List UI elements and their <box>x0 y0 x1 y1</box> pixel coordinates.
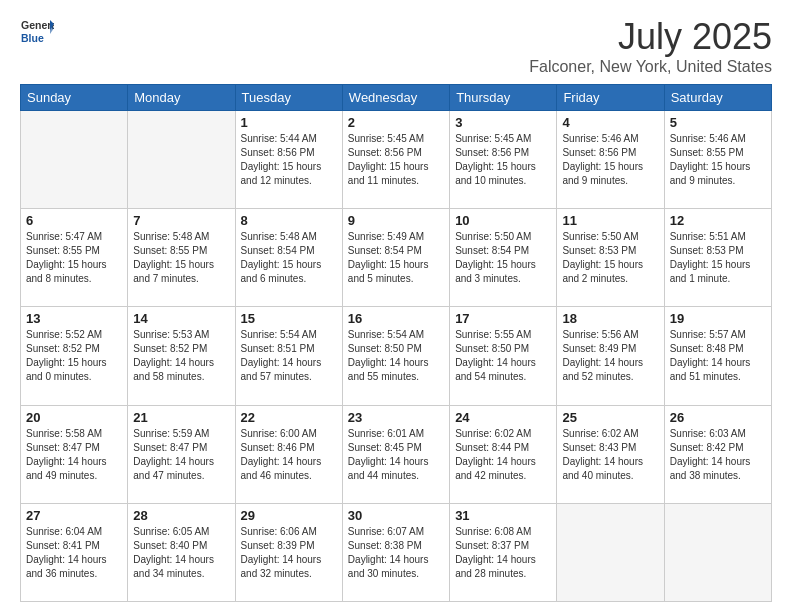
calendar-cell <box>128 111 235 209</box>
day-number: 3 <box>455 115 551 130</box>
day-info: Sunrise: 6:02 AM Sunset: 8:44 PM Dayligh… <box>455 427 551 483</box>
calendar-cell: 20Sunrise: 5:58 AM Sunset: 8:47 PM Dayli… <box>21 405 128 503</box>
calendar-cell: 5Sunrise: 5:46 AM Sunset: 8:55 PM Daylig… <box>664 111 771 209</box>
day-info: Sunrise: 5:45 AM Sunset: 8:56 PM Dayligh… <box>348 132 444 188</box>
day-info: Sunrise: 5:57 AM Sunset: 8:48 PM Dayligh… <box>670 328 766 384</box>
header: General Blue July 2025 Falconer, New Yor… <box>20 16 772 76</box>
calendar-cell <box>21 111 128 209</box>
day-info: Sunrise: 5:55 AM Sunset: 8:50 PM Dayligh… <box>455 328 551 384</box>
svg-text:Blue: Blue <box>21 32 44 44</box>
week-row-2: 6Sunrise: 5:47 AM Sunset: 8:55 PM Daylig… <box>21 209 772 307</box>
calendar-cell: 25Sunrise: 6:02 AM Sunset: 8:43 PM Dayli… <box>557 405 664 503</box>
day-info: Sunrise: 6:05 AM Sunset: 8:40 PM Dayligh… <box>133 525 229 581</box>
day-number: 30 <box>348 508 444 523</box>
day-number: 12 <box>670 213 766 228</box>
calendar-cell: 10Sunrise: 5:50 AM Sunset: 8:54 PM Dayli… <box>450 209 557 307</box>
calendar-cell: 22Sunrise: 6:00 AM Sunset: 8:46 PM Dayli… <box>235 405 342 503</box>
col-tuesday: Tuesday <box>235 85 342 111</box>
calendar-cell: 12Sunrise: 5:51 AM Sunset: 8:53 PM Dayli… <box>664 209 771 307</box>
col-thursday: Thursday <box>450 85 557 111</box>
day-number: 19 <box>670 311 766 326</box>
day-number: 18 <box>562 311 658 326</box>
day-number: 22 <box>241 410 337 425</box>
week-row-1: 1Sunrise: 5:44 AM Sunset: 8:56 PM Daylig… <box>21 111 772 209</box>
day-info: Sunrise: 5:47 AM Sunset: 8:55 PM Dayligh… <box>26 230 122 286</box>
calendar-cell: 1Sunrise: 5:44 AM Sunset: 8:56 PM Daylig… <box>235 111 342 209</box>
calendar-cell: 31Sunrise: 6:08 AM Sunset: 8:37 PM Dayli… <box>450 503 557 601</box>
week-row-4: 20Sunrise: 5:58 AM Sunset: 8:47 PM Dayli… <box>21 405 772 503</box>
week-row-5: 27Sunrise: 6:04 AM Sunset: 8:41 PM Dayli… <box>21 503 772 601</box>
day-info: Sunrise: 5:51 AM Sunset: 8:53 PM Dayligh… <box>670 230 766 286</box>
day-number: 9 <box>348 213 444 228</box>
day-number: 4 <box>562 115 658 130</box>
day-info: Sunrise: 5:56 AM Sunset: 8:49 PM Dayligh… <box>562 328 658 384</box>
calendar-cell: 26Sunrise: 6:03 AM Sunset: 8:42 PM Dayli… <box>664 405 771 503</box>
col-wednesday: Wednesday <box>342 85 449 111</box>
day-info: Sunrise: 5:52 AM Sunset: 8:52 PM Dayligh… <box>26 328 122 384</box>
calendar-cell: 15Sunrise: 5:54 AM Sunset: 8:51 PM Dayli… <box>235 307 342 405</box>
day-info: Sunrise: 6:02 AM Sunset: 8:43 PM Dayligh… <box>562 427 658 483</box>
day-info: Sunrise: 6:00 AM Sunset: 8:46 PM Dayligh… <box>241 427 337 483</box>
day-info: Sunrise: 5:50 AM Sunset: 8:54 PM Dayligh… <box>455 230 551 286</box>
calendar-cell: 16Sunrise: 5:54 AM Sunset: 8:50 PM Dayli… <box>342 307 449 405</box>
calendar-header-row: Sunday Monday Tuesday Wednesday Thursday… <box>21 85 772 111</box>
logo-svg: General Blue <box>20 16 54 50</box>
day-number: 5 <box>670 115 766 130</box>
day-number: 17 <box>455 311 551 326</box>
day-info: Sunrise: 6:07 AM Sunset: 8:38 PM Dayligh… <box>348 525 444 581</box>
page-title: July 2025 <box>529 16 772 58</box>
calendar-cell: 9Sunrise: 5:49 AM Sunset: 8:54 PM Daylig… <box>342 209 449 307</box>
calendar-cell <box>557 503 664 601</box>
day-info: Sunrise: 6:04 AM Sunset: 8:41 PM Dayligh… <box>26 525 122 581</box>
title-block: July 2025 Falconer, New York, United Sta… <box>529 16 772 76</box>
day-number: 26 <box>670 410 766 425</box>
calendar-cell: 13Sunrise: 5:52 AM Sunset: 8:52 PM Dayli… <box>21 307 128 405</box>
calendar-cell <box>664 503 771 601</box>
day-number: 31 <box>455 508 551 523</box>
day-info: Sunrise: 5:59 AM Sunset: 8:47 PM Dayligh… <box>133 427 229 483</box>
page-subtitle: Falconer, New York, United States <box>529 58 772 76</box>
page: General Blue July 2025 Falconer, New Yor… <box>0 0 792 612</box>
calendar-cell: 29Sunrise: 6:06 AM Sunset: 8:39 PM Dayli… <box>235 503 342 601</box>
day-info: Sunrise: 5:46 AM Sunset: 8:55 PM Dayligh… <box>670 132 766 188</box>
week-row-3: 13Sunrise: 5:52 AM Sunset: 8:52 PM Dayli… <box>21 307 772 405</box>
calendar-cell: 2Sunrise: 5:45 AM Sunset: 8:56 PM Daylig… <box>342 111 449 209</box>
day-number: 1 <box>241 115 337 130</box>
day-number: 10 <box>455 213 551 228</box>
calendar-cell: 7Sunrise: 5:48 AM Sunset: 8:55 PM Daylig… <box>128 209 235 307</box>
svg-text:General: General <box>21 19 54 31</box>
day-number: 6 <box>26 213 122 228</box>
day-info: Sunrise: 6:06 AM Sunset: 8:39 PM Dayligh… <box>241 525 337 581</box>
calendar-cell: 3Sunrise: 5:45 AM Sunset: 8:56 PM Daylig… <box>450 111 557 209</box>
day-number: 7 <box>133 213 229 228</box>
logo: General Blue <box>20 16 54 50</box>
day-number: 27 <box>26 508 122 523</box>
calendar-cell: 27Sunrise: 6:04 AM Sunset: 8:41 PM Dayli… <box>21 503 128 601</box>
day-number: 2 <box>348 115 444 130</box>
calendar-table: Sunday Monday Tuesday Wednesday Thursday… <box>20 84 772 602</box>
calendar-cell: 17Sunrise: 5:55 AM Sunset: 8:50 PM Dayli… <box>450 307 557 405</box>
calendar-cell: 30Sunrise: 6:07 AM Sunset: 8:38 PM Dayli… <box>342 503 449 601</box>
day-number: 13 <box>26 311 122 326</box>
day-number: 21 <box>133 410 229 425</box>
day-number: 14 <box>133 311 229 326</box>
calendar-cell: 18Sunrise: 5:56 AM Sunset: 8:49 PM Dayli… <box>557 307 664 405</box>
day-number: 16 <box>348 311 444 326</box>
calendar-cell: 4Sunrise: 5:46 AM Sunset: 8:56 PM Daylig… <box>557 111 664 209</box>
day-info: Sunrise: 5:45 AM Sunset: 8:56 PM Dayligh… <box>455 132 551 188</box>
calendar-cell: 19Sunrise: 5:57 AM Sunset: 8:48 PM Dayli… <box>664 307 771 405</box>
day-number: 25 <box>562 410 658 425</box>
day-number: 28 <box>133 508 229 523</box>
day-number: 24 <box>455 410 551 425</box>
col-sunday: Sunday <box>21 85 128 111</box>
day-info: Sunrise: 5:54 AM Sunset: 8:50 PM Dayligh… <box>348 328 444 384</box>
calendar-cell: 23Sunrise: 6:01 AM Sunset: 8:45 PM Dayli… <box>342 405 449 503</box>
day-info: Sunrise: 6:08 AM Sunset: 8:37 PM Dayligh… <box>455 525 551 581</box>
day-info: Sunrise: 6:03 AM Sunset: 8:42 PM Dayligh… <box>670 427 766 483</box>
day-info: Sunrise: 5:48 AM Sunset: 8:54 PM Dayligh… <box>241 230 337 286</box>
day-number: 29 <box>241 508 337 523</box>
calendar-cell: 28Sunrise: 6:05 AM Sunset: 8:40 PM Dayli… <box>128 503 235 601</box>
col-saturday: Saturday <box>664 85 771 111</box>
day-number: 23 <box>348 410 444 425</box>
col-friday: Friday <box>557 85 664 111</box>
